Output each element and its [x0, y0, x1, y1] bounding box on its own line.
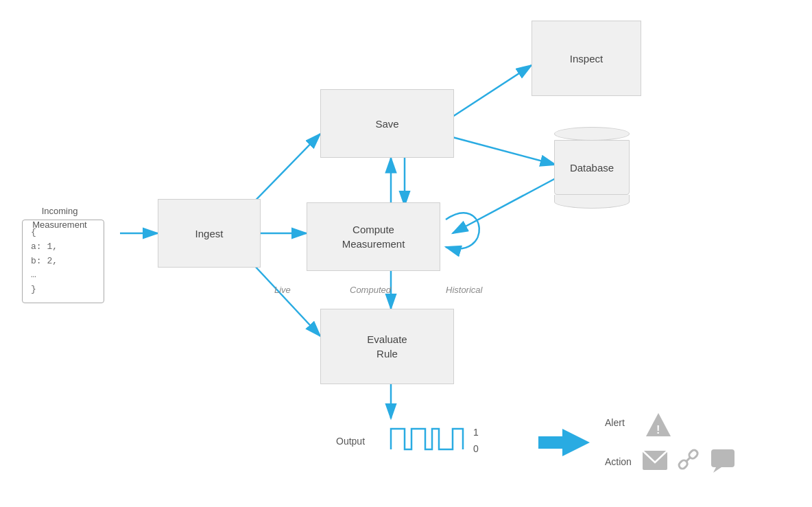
chat-icon	[710, 449, 738, 473]
svg-text:0: 0	[473, 443, 479, 454]
json-line-1: a: 1,	[31, 240, 95, 255]
evaluate-rule-box[interactable]: Evaluate Rule	[320, 309, 454, 384]
cylinder-body: Database	[554, 140, 630, 195]
email-icon	[642, 450, 668, 471]
label-computed: Computed	[350, 285, 391, 295]
svg-rect-23	[711, 449, 735, 467]
svg-line-11	[453, 178, 556, 233]
inspect-box[interactable]: Inspect	[532, 21, 641, 96]
link-icon	[676, 449, 702, 472]
svg-marker-13	[562, 429, 590, 456]
svg-rect-14	[538, 436, 562, 449]
svg-line-22	[686, 458, 691, 462]
cylinder-bottom	[554, 195, 630, 209]
output-label: Output	[336, 436, 365, 447]
json-line-3: …	[31, 268, 95, 283]
svg-line-10	[453, 137, 556, 165]
json-line-2: b: 2,	[31, 255, 95, 269]
label-live: Live	[274, 285, 291, 295]
svg-text:1: 1	[473, 427, 479, 438]
database-cylinder[interactable]: Database	[554, 127, 630, 209]
svg-marker-24	[713, 467, 721, 473]
json-block: { a: 1, b: 2, … }	[22, 220, 104, 303]
alert-icon: !	[645, 412, 672, 438]
ingest-box[interactable]: Ingest	[158, 199, 261, 268]
label-historical: Historical	[446, 285, 482, 295]
svg-line-9	[453, 65, 532, 117]
alert-label: Alert	[605, 417, 625, 428]
action-label: Action	[605, 456, 632, 467]
json-brace-open: {	[31, 226, 95, 240]
signal-waveform: 1 0	[384, 422, 535, 456]
cylinder-top	[554, 127, 630, 141]
svg-text:!: !	[656, 424, 660, 436]
diagram-container: Incoming Measurement { a: 1, b: 2, … } I…	[0, 0, 812, 507]
json-brace-close: }	[31, 283, 95, 297]
save-box[interactable]: Save	[320, 89, 454, 158]
compute-measurement-box[interactable]: Compute Measurement	[307, 202, 440, 271]
